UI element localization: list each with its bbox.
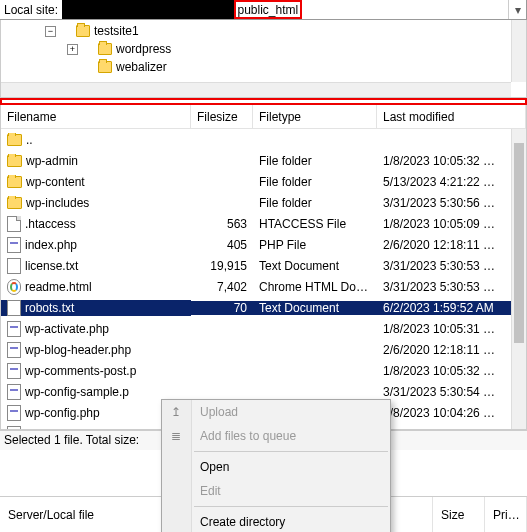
- folder-tree-pane: − testsite1 + wordpress webalizer: [0, 20, 527, 98]
- file-modified: 6/2/2023 1:59:52 AM: [377, 301, 526, 315]
- file-name: readme.html: [25, 280, 92, 294]
- col-header-filename[interactable]: Filename: [1, 105, 191, 128]
- folder-icon: [7, 197, 22, 209]
- file-name: .htaccess: [25, 217, 76, 231]
- file-icon: [7, 216, 21, 232]
- file-modified: 3/31/2023 5:30:56 …: [377, 196, 526, 210]
- queue-icon: ≣: [168, 428, 184, 444]
- highlight-border-top: [0, 98, 527, 105]
- file-size: 563: [191, 217, 253, 231]
- file-name: index.php: [25, 238, 77, 252]
- file-row[interactable]: robots.txt70Text Document6/2/2023 1:59:5…: [1, 297, 526, 318]
- file-name: wp-admin: [26, 154, 78, 168]
- file-size: 405: [191, 238, 253, 252]
- file-row[interactable]: index.php405PHP File2/6/2020 12:18:11 …: [1, 234, 526, 255]
- folder-icon: [98, 43, 112, 55]
- file-name: wp-includes: [26, 196, 89, 210]
- file-icon: [7, 279, 21, 295]
- file-modified: 1/8/2023 10:05:31 …: [377, 322, 526, 336]
- file-icon: [7, 363, 21, 379]
- col-header-filesize[interactable]: Filesize: [191, 105, 253, 128]
- collapse-icon[interactable]: −: [45, 26, 56, 37]
- tree-node-child[interactable]: webalizer: [83, 58, 526, 76]
- file-name: wp-comments-post.p: [25, 364, 136, 378]
- file-type: Text Document: [253, 259, 377, 273]
- file-modified: 2/6/2020 12:18:11 …: [377, 343, 526, 357]
- ctx-open[interactable]: Open: [162, 455, 390, 479]
- ctx-edit[interactable]: Edit: [162, 479, 390, 503]
- file-type: File folder: [253, 175, 377, 189]
- file-name: wp-blog-header.php: [25, 343, 131, 357]
- file-name: wp-content: [26, 175, 85, 189]
- file-type: File folder: [253, 196, 377, 210]
- file-modified: 3/31/2023 5:30:53 …: [377, 280, 526, 294]
- path-dropdown-arrow[interactable]: ▾: [508, 0, 526, 19]
- file-type: Text Document: [253, 301, 377, 315]
- redacted-path: [62, 0, 233, 19]
- file-modified: 3/31/2023 5:30:54 …: [377, 427, 526, 430]
- file-icon: [7, 237, 21, 253]
- file-modified: 1/8/2023 10:05:32 …: [377, 154, 526, 168]
- tree-scrollbar-vertical[interactable]: [511, 20, 526, 82]
- folder-icon: [76, 25, 90, 37]
- local-site-row: Local site: public_html ▾: [0, 0, 527, 20]
- file-icon: [7, 258, 21, 274]
- remote-path-text: public_html: [238, 3, 299, 17]
- file-list-header: Filename Filesize Filetype Last modified: [1, 105, 526, 129]
- file-row[interactable]: license.txt19,915Text Document3/31/2023 …: [1, 255, 526, 276]
- file-type: PHP File: [253, 238, 377, 252]
- file-row[interactable]: .htaccess563HTACCESS File1/8/2023 10:05:…: [1, 213, 526, 234]
- file-icon: [7, 384, 21, 400]
- file-row[interactable]: wp-includesFile folder3/31/2023 5:30:56 …: [1, 192, 526, 213]
- file-modified: 3/31/2023 5:30:54 …: [377, 385, 526, 399]
- col-header-filetype[interactable]: Filetype: [253, 105, 377, 128]
- file-row[interactable]: ..: [1, 129, 526, 150]
- file-row[interactable]: wp-comments-post.p1/8/2023 10:05:32 …: [1, 360, 526, 381]
- file-row[interactable]: readme.html7,402Chrome HTML Do…3/31/2023…: [1, 276, 526, 297]
- tree-node-child[interactable]: + wordpress: [83, 40, 526, 58]
- file-icon: [7, 405, 21, 421]
- file-name: robots.txt: [25, 301, 74, 315]
- ctx-add-queue[interactable]: ≣ Add files to queue: [162, 424, 390, 448]
- file-list[interactable]: ..wp-adminFile folder1/8/2023 10:05:32 ……: [1, 129, 526, 429]
- folder-icon: [7, 176, 22, 188]
- file-name: wp-config.php: [25, 406, 100, 420]
- ctx-create-dir[interactable]: Create directory: [162, 510, 390, 532]
- tree-label-root: testsite1: [94, 24, 139, 38]
- col-header-modified[interactable]: Last modified: [377, 105, 526, 128]
- tree-node-root[interactable]: − testsite1: [61, 22, 526, 40]
- file-size: 7,402: [191, 280, 253, 294]
- footer-priority[interactable]: Pri…: [485, 497, 527, 532]
- status-text: Selected 1 file. Total size:: [4, 433, 139, 447]
- file-scrollbar-vertical[interactable]: [511, 129, 526, 429]
- tree-scrollbar-horizontal[interactable]: [1, 82, 511, 97]
- expand-icon[interactable]: +: [67, 44, 78, 55]
- file-modified: 3/31/2023 5:30:53 …: [377, 259, 526, 273]
- ctx-upload[interactable]: ↥ Upload: [162, 400, 390, 424]
- file-type: File folder: [253, 154, 377, 168]
- file-size: 70: [191, 301, 253, 315]
- ctx-separator: [194, 506, 388, 507]
- folder-icon: [7, 134, 22, 146]
- file-modified: 1/8/2023 10:04:26 …: [377, 406, 526, 420]
- file-icon: [7, 300, 21, 316]
- file-name: wp-cron.php: [25, 427, 91, 430]
- file-size: 19,915: [191, 259, 253, 273]
- remote-path-box[interactable]: public_html: [234, 0, 303, 19]
- tree-label-child: wordpress: [116, 42, 171, 56]
- file-row[interactable]: wp-activate.php1/8/2023 10:05:31 …: [1, 318, 526, 339]
- context-menu: ↥ Upload ≣ Add files to queue Open Edit …: [161, 399, 391, 532]
- file-modified: 5/13/2023 4:21:22 …: [377, 175, 526, 189]
- file-type: Chrome HTML Do…: [253, 280, 377, 294]
- file-row[interactable]: wp-contentFile folder5/13/2023 4:21:22 …: [1, 171, 526, 192]
- file-row[interactable]: wp-adminFile folder1/8/2023 10:05:32 …: [1, 150, 526, 171]
- file-row[interactable]: wp-blog-header.php2/6/2020 12:18:11 …: [1, 339, 526, 360]
- folder-tree[interactable]: − testsite1 + wordpress webalizer: [1, 20, 526, 76]
- upload-icon: ↥: [168, 404, 184, 420]
- file-list-pane: Filename Filesize Filetype Last modified…: [0, 105, 527, 430]
- file-modified: 1/8/2023 10:05:09 …: [377, 217, 526, 231]
- folder-icon: [7, 155, 22, 167]
- footer-size[interactable]: Size: [433, 497, 485, 532]
- file-icon: [7, 342, 21, 358]
- ctx-separator: [194, 451, 388, 452]
